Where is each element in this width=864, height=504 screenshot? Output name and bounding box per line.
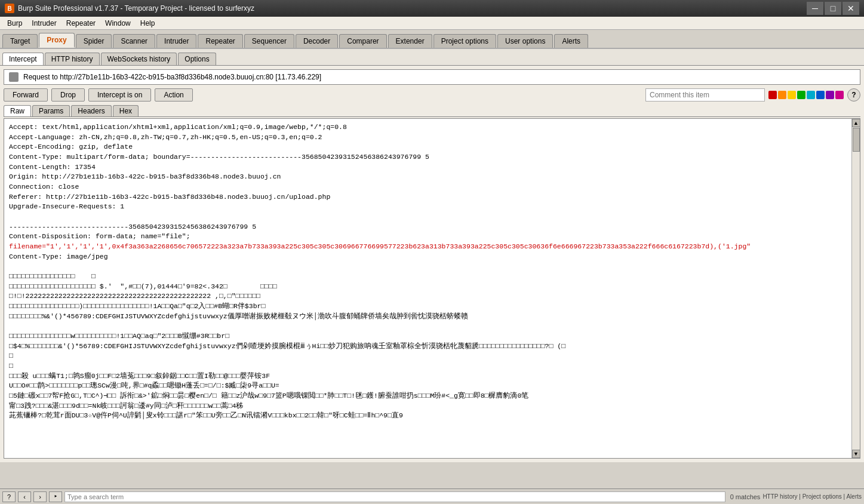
tab-intruder[interactable]: Intruder: [156, 34, 196, 48]
tab-sequencer[interactable]: Sequencer: [244, 34, 294, 48]
format-tab-hex[interactable]: Hex: [113, 105, 139, 116]
comment-input[interactable]: [645, 88, 765, 102]
prev-match-button[interactable]: ‹: [18, 491, 31, 502]
request-text-area[interactable]: Accept: text/html,application/xhtml+xml,…: [4, 119, 851, 458]
format-tab-params[interactable]: Params: [32, 105, 70, 116]
subtab-websockets-history[interactable]: WebSockets history: [101, 53, 177, 65]
scroll-down-button[interactable]: ▼: [852, 450, 860, 458]
vertical-scrollbar[interactable]: ▲ ▼: [851, 119, 860, 458]
tab-proxy[interactable]: Proxy: [39, 33, 74, 48]
color-red[interactable]: [768, 91, 777, 99]
content-area: Request to http://27b1e11b-16b3-422c-b91…: [0, 66, 864, 462]
menu-repeater[interactable]: Repeater: [62, 18, 100, 29]
minimize-button[interactable]: ─: [807, 2, 823, 15]
color-pink[interactable]: [835, 91, 844, 99]
subtab-options[interactable]: Options: [178, 53, 216, 65]
tab-project-options[interactable]: Project options: [433, 34, 496, 48]
request-icon: [9, 72, 19, 82]
app-icon: B: [5, 4, 14, 13]
scroll-track: [852, 127, 860, 450]
color-yellow[interactable]: [788, 91, 796, 99]
request-body: Accept: text/html,application/xhtml+xml,…: [4, 118, 860, 459]
subtab-intercept[interactable]: Intercept: [2, 53, 44, 65]
color-blue[interactable]: [816, 91, 825, 99]
tab-extender[interactable]: Extender: [388, 34, 432, 48]
titlebar: B Burp Suite Professional v1.7.37 - Temp…: [0, 0, 864, 17]
status-bar-right: HTTP history | Project options | Alerts: [762, 493, 862, 500]
url-bar: Request to http://27b1e11b-16b3-422c-b91…: [4, 69, 860, 85]
tab-repeater[interactable]: Repeater: [198, 34, 242, 48]
color-green[interactable]: [797, 91, 805, 99]
menu-help[interactable]: Help: [136, 18, 160, 29]
url-text: Request to http://27b1e11b-16b3-422c-b91…: [23, 73, 321, 81]
color-orange[interactable]: [778, 91, 786, 99]
drop-button[interactable]: Drop: [51, 88, 85, 102]
close-button[interactable]: ✕: [843, 2, 859, 15]
tab-target[interactable]: Target: [2, 34, 38, 48]
bottom-search-bar: ? ‹ › ‣ 0 matches HTTP history | Project…: [0, 488, 864, 504]
menu-window[interactable]: Window: [100, 18, 136, 29]
format-tab-bar: Raw Params Headers Hex: [4, 105, 860, 117]
tab-user-options[interactable]: User options: [497, 34, 553, 48]
action-button[interactable]: Action: [155, 88, 192, 102]
color-cyan[interactable]: [807, 91, 815, 99]
options-small-button[interactable]: ‣: [49, 491, 62, 502]
tab-alerts[interactable]: Alerts: [554, 34, 588, 48]
color-picker: [768, 91, 844, 99]
next-match-button[interactable]: ›: [33, 491, 47, 502]
forward-button[interactable]: Forward: [4, 88, 48, 102]
maximize-button[interactable]: □: [825, 2, 841, 15]
help-small-button[interactable]: ?: [2, 491, 16, 502]
titlebar-title: Burp Suite Professional v1.7.37 - Tempor…: [18, 4, 254, 13]
subtab-http-history[interactable]: HTTP history: [45, 53, 100, 65]
menu-intruder[interactable]: Intruder: [27, 18, 61, 29]
help-button[interactable]: ?: [847, 88, 860, 102]
scroll-thumb[interactable]: [853, 128, 860, 152]
color-purple[interactable]: [826, 91, 834, 99]
tab-scanner[interactable]: Scanner: [113, 34, 155, 48]
menu-burp[interactable]: Burp: [2, 18, 27, 29]
tab-spider[interactable]: Spider: [76, 34, 112, 48]
tab-decoder[interactable]: Decoder: [296, 34, 338, 48]
window-controls[interactable]: ─ □ ✕: [807, 2, 859, 15]
toolbar: Forward Drop Intercept is on Action ?: [4, 88, 860, 102]
titlebar-left: B Burp Suite Professional v1.7.37 - Temp…: [5, 4, 254, 13]
intercept-button[interactable]: Intercept is on: [88, 88, 151, 102]
top-tab-bar: Target Proxy Spider Scanner Intruder Rep…: [0, 30, 864, 49]
sub-tab-bar: Intercept HTTP history WebSockets histor…: [0, 49, 864, 66]
tab-comparer[interactable]: Comparer: [339, 34, 386, 48]
format-tab-raw[interactable]: Raw: [4, 105, 31, 116]
format-tab-headers[interactable]: Headers: [71, 105, 111, 116]
menubar: Burp Intruder Repeater Window Help: [0, 17, 864, 30]
scroll-up-button[interactable]: ▲: [852, 119, 860, 127]
search-input[interactable]: [64, 491, 725, 502]
match-count: 0 matches: [730, 493, 761, 500]
